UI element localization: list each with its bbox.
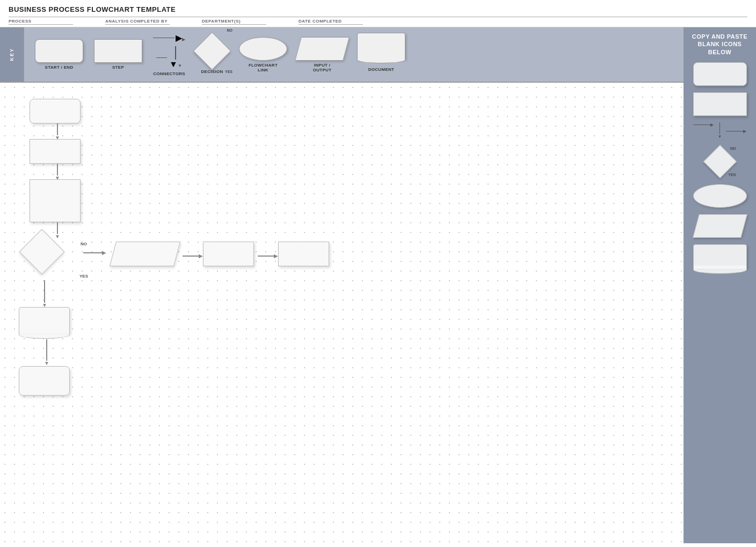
arrow-line-h1: [153, 38, 175, 39]
fc-shape-5: [110, 242, 180, 266]
arrow-line-h2: [156, 57, 167, 59]
header-fields: PROCESS ANALYSIS COMPLETED BY DEPARTMENT…: [9, 17, 747, 25]
rp-line-v: [719, 122, 721, 134]
fc-arrow-v2: ▼: [55, 164, 60, 181]
rp-arrowhead-r: ▶: [710, 122, 714, 127]
arrow-line-v1: [175, 46, 176, 60]
rp-no-label: NO: [730, 147, 736, 150]
process-field: PROCESS: [9, 19, 73, 25]
right-panel-title: COPY AND PASTE BLANK ICONS BELOW: [688, 33, 752, 56]
fc-arrowhead-d5: ▼: [44, 361, 49, 366]
rp-line-h2: [726, 131, 743, 132]
arrow-h-1: ▶: [153, 33, 185, 43]
input-output-label: INPUT / OUTPUT: [313, 63, 332, 72]
arrow-v: ▼: [169, 46, 182, 69]
fc-line-v2: [57, 164, 58, 176]
key-item-connectors: ▶ ▼ CONNECTORS: [153, 33, 185, 76]
rp-arrowhead-d: ▼: [718, 134, 722, 139]
fc-arrow-h2: ▶: [183, 253, 203, 259]
rp-yes-label: YES: [728, 173, 736, 177]
fc-arrow-v5: ▼: [44, 339, 49, 366]
key-item-flowchart-link: FLOWCHART LINK: [239, 37, 287, 72]
input-output-shape: [295, 37, 350, 61]
fc-shape-7: [278, 242, 329, 266]
key-item-document: DOCUMENT: [357, 33, 405, 72]
fc-line-h2: [183, 256, 199, 257]
rp-arrow-v: ▼: [718, 122, 722, 139]
rp-blank-connectors[interactable]: ▶ ▼ ▶: [688, 122, 752, 139]
key-item-decision: NO YES DECISION: [196, 35, 228, 74]
decision-shape-wrapper: NO YES: [196, 35, 228, 67]
content-area: KEY START / END STEP: [0, 27, 684, 543]
start-end-shape: [35, 39, 83, 63]
fc-shape-3: [30, 179, 81, 222]
fc-no-label: NO: [81, 242, 87, 246]
connector-arrows: ▶ ▼: [153, 33, 185, 69]
fc-shape-6: [203, 242, 254, 266]
date-field: DATE COMPLETED: [299, 19, 363, 25]
fc-arrow-h3: ▶: [258, 253, 278, 259]
fc-shape-1: [30, 99, 81, 123]
fc-diamond-container: [26, 236, 58, 268]
fc-arrowhead-r2: ▶: [199, 253, 203, 259]
document-label: DOCUMENT: [368, 67, 395, 72]
key-row: KEY START / END STEP: [0, 27, 684, 83]
decision-shape: [193, 32, 231, 70]
fc-shape-8: [19, 307, 70, 334]
fc-arrow-v4: ▼: [42, 280, 47, 308]
rp-arrowhead-r2: ▶: [743, 129, 746, 134]
fc-yes-label: YES: [79, 274, 88, 279]
key-item-step: STEP: [94, 39, 142, 70]
arrowhead-d1: ▼: [169, 60, 182, 69]
fc-arrow-v1: ▼: [55, 123, 60, 141]
key-item-start-end: START / END: [35, 39, 83, 70]
rp-blank-rounded[interactable]: [693, 62, 747, 86]
flowchart-link-label: FLOWCHART LINK: [249, 63, 278, 72]
analysis-field: ANALYSIS COMPLETED BY: [105, 19, 170, 25]
key-item-input-output: INPUT / OUTPUT: [298, 37, 346, 72]
rp-arrows-row: ▶ ▼ ▶: [693, 122, 747, 139]
rp-blank-document: [693, 244, 747, 269]
header: BUSINESS PROCESS FLOWCHART TEMPLATE PROC…: [0, 0, 756, 27]
fc-shape-2: [30, 139, 81, 164]
main-layout: KEY START / END STEP: [0, 27, 756, 543]
fc-line-v4: [44, 280, 45, 303]
fc-arrow-h1: ▶: [83, 250, 106, 256]
key-label-cell: KEY: [0, 27, 24, 82]
no-label: NO: [227, 28, 233, 32]
fc-arrowhead-r1: ▶: [102, 250, 106, 256]
fc-shape-9: [19, 366, 70, 396]
fc-line-v5: [46, 339, 47, 361]
start-end-label: START / END: [45, 65, 74, 70]
arrowhead-r1: ▶: [176, 33, 185, 43]
step-label: STEP: [112, 65, 124, 70]
right-panel: COPY AND PASTE BLANK ICONS BELOW ▶ ▼ ▶: [684, 27, 756, 543]
fc-line-h3: [258, 256, 274, 257]
connectors-label: CONNECTORS: [153, 71, 185, 76]
fc-diamond: [19, 229, 65, 275]
document-shape: [357, 33, 405, 60]
rp-line-h: [693, 125, 710, 126]
yes-label: YES: [225, 70, 232, 74]
step-shape: [94, 39, 142, 63]
rp-blank-parallelogram[interactable]: [693, 214, 747, 238]
rp-blank-diamond-wrapper[interactable]: NO YES: [704, 145, 736, 178]
key-label: KEY: [9, 48, 14, 61]
rp-blank-oval[interactable]: [693, 184, 747, 208]
fc-line-v1: [57, 123, 58, 135]
flowchart-link-shape: [239, 37, 287, 61]
decision-diamond-wrapper: [196, 35, 228, 67]
rp-arrow-h2: ▶: [726, 129, 746, 134]
rp-blank-rect[interactable]: [693, 92, 747, 116]
rp-blank-document-wrapper[interactable]: [693, 244, 747, 269]
key-items: START / END STEP ▶: [24, 27, 684, 82]
page-title: BUSINESS PROCESS FLOWCHART TEMPLATE: [9, 5, 747, 13]
fc-line-v3: [57, 222, 58, 234]
department-field: DEPARTMENT(S): [202, 19, 266, 25]
arrow-v-group: ▼: [156, 46, 182, 69]
fc-arrowhead-r3: ▶: [274, 253, 278, 259]
fc-line-h1: [83, 252, 102, 253]
flowchart-canvas: ▼ ▼ ▼ NO YES: [0, 83, 684, 543]
rp-arrow-h: ▶: [693, 122, 714, 127]
